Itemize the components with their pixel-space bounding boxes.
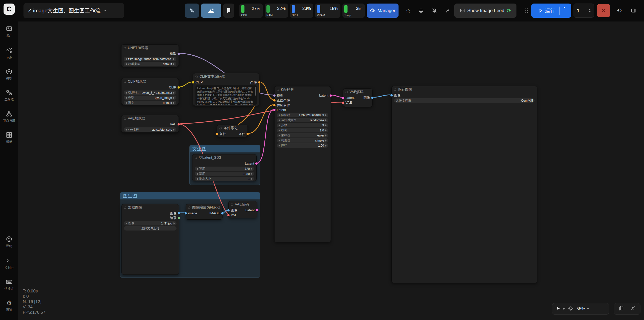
fit-view-button[interactable]	[568, 306, 574, 312]
workflow-title-menu[interactable]: Z-image文生图、图生图工作流	[23, 3, 124, 18]
widget-denoise[interactable]: 降噪1.00	[277, 143, 328, 148]
combo-left-arrow-icon[interactable]	[126, 58, 127, 60]
input-port-vae[interactable]	[227, 214, 230, 216]
combo-left-arrow-icon[interactable]	[196, 173, 198, 175]
combo-right-arrow-icon[interactable]	[174, 222, 175, 224]
notifications-button[interactable]	[415, 5, 427, 16]
workflow-thumbnail-button[interactable]	[201, 4, 221, 18]
node-collapse-dot[interactable]	[195, 76, 198, 78]
combo-left-arrow-icon[interactable]	[279, 114, 280, 116]
node-collapse-dot[interactable]	[345, 91, 348, 93]
history-button[interactable]: ⟲	[613, 5, 625, 16]
toggle-links-button[interactable]	[630, 306, 636, 312]
combo-right-arrow-icon[interactable]	[325, 134, 327, 136]
node-collapse-dot[interactable]	[231, 203, 233, 206]
zoom-control[interactable]: 55%	[577, 306, 589, 311]
wire-decode-to-save[interactable]	[373, 95, 391, 97]
node-collapse-dot[interactable]	[124, 47, 126, 49]
node-collapse-dot[interactable]	[188, 207, 190, 209]
combo-right-arrow-icon[interactable]	[251, 173, 252, 175]
combo-left-arrow-icon[interactable]	[279, 129, 280, 131]
input-port-image[interactable]	[390, 94, 393, 96]
decrement-icon[interactable]	[589, 11, 591, 12]
node-vae-loader[interactable]: VAE加载器 VAE vae名称ae.safetensors	[121, 115, 179, 133]
sidebar-item-help[interactable]: 说明	[0, 236, 18, 248]
widget-weight-dtype[interactable]: 权重类型default	[124, 62, 176, 66]
node-vae-decode[interactable]: VAE解码 Latent 图像 VAE	[343, 88, 373, 107]
combo-right-arrow-icon[interactable]	[173, 102, 175, 104]
input-port-image[interactable]	[185, 212, 187, 214]
run-button[interactable]: 运行	[531, 4, 571, 18]
input-port-clip[interactable]	[192, 81, 194, 83]
combo-left-arrow-icon[interactable]	[126, 92, 127, 94]
node-collapse-dot[interactable]	[124, 207, 126, 209]
combo-right-arrow-icon[interactable]	[325, 145, 327, 147]
output-port-latent[interactable]	[330, 94, 332, 97]
output-port-vae[interactable]	[178, 123, 180, 125]
widget-control-after-generate[interactable]: 运行后操作randomize	[277, 118, 328, 122]
node-canvas[interactable]: 文生图 图生图 UNET加载器 模型 z1z_image_turbo_bf16	[0, 0, 644, 320]
node-unet-loader[interactable]: UNET加载器 模型 z1z_image_turbo_bf16.safetens…	[121, 44, 179, 67]
select-tool-button[interactable]	[185, 4, 199, 18]
combo-left-arrow-icon[interactable]	[279, 145, 280, 147]
widget-scheduler[interactable]: 调度器simple	[277, 138, 328, 143]
input-port-latent[interactable]	[342, 97, 344, 99]
drag-handle[interactable]	[523, 5, 530, 16]
bookmark-button[interactable]	[223, 4, 234, 18]
combo-right-arrow-icon[interactable]	[325, 140, 327, 142]
favorite-button[interactable]: ☆	[403, 5, 414, 16]
node-clip-text-encode[interactable]: CLIP文本编码器 CLIP 条件 luckin coffee鲜花与上方蓝色气球…	[193, 73, 259, 106]
sidebar-item-templates[interactable]: 模板	[0, 132, 18, 144]
combo-right-arrow-icon[interactable]	[251, 168, 252, 170]
increment-icon[interactable]	[589, 9, 591, 10]
output-port-image[interactable]	[371, 97, 374, 99]
widget-batch-size[interactable]: 批次大小1	[195, 177, 254, 181]
node-collapse-dot[interactable]	[195, 157, 197, 159]
combo-left-arrow-icon[interactable]	[196, 178, 198, 180]
comfyui-logo[interactable]: C	[4, 4, 15, 15]
combo-right-arrow-icon[interactable]	[173, 129, 175, 131]
sidebar-item-console[interactable]: 控制台	[0, 258, 18, 270]
output-port-latent[interactable]	[255, 162, 258, 165]
wire-cond-to-positive[interactable]	[259, 82, 274, 100]
combo-right-arrow-icon[interactable]	[325, 129, 327, 131]
node-image-scale-flux[interactable]: 图像缩放为FluxKo... image IMAGE	[186, 204, 222, 220]
widget-clip-device[interactable]: 设备default	[124, 101, 176, 105]
sidebar-item-models[interactable]: 模型	[0, 68, 18, 81]
combo-right-arrow-icon[interactable]	[325, 124, 327, 126]
run-options-button[interactable]	[560, 8, 569, 13]
sidebar-item-settings[interactable]: ⚙ 设置	[0, 300, 18, 312]
widget-image-file[interactable]: 图像1 (1).jpg	[124, 221, 177, 225]
input-port-model[interactable]	[273, 94, 276, 97]
combo-right-arrow-icon[interactable]	[173, 63, 175, 65]
input-port-positive[interactable]	[273, 99, 276, 101]
widget-filename-prefix[interactable]: 文件名前缀ComfyUI	[394, 98, 535, 103]
input-port-negative[interactable]	[273, 104, 276, 106]
widget-height[interactable]: 高度1280	[195, 172, 254, 176]
combo-left-arrow-icon[interactable]	[279, 119, 280, 121]
interrupt-button[interactable]	[597, 4, 610, 17]
node-collapse-dot[interactable]	[219, 127, 222, 129]
node-ksampler[interactable]: K采样器 模型 Latent 正面条件 负面条件 Latent 随机种17327…	[274, 86, 331, 242]
widget-cfg[interactable]: CFG1.0	[277, 128, 328, 132]
combo-left-arrow-icon[interactable]	[126, 222, 127, 224]
sidebar-item-nodes-groups[interactable]: 节点与组	[0, 110, 18, 123]
combo-left-arrow-icon[interactable]	[126, 97, 127, 99]
node-vae-encode[interactable]: VAE编码 图像 Latent VAE	[228, 201, 257, 218]
node-empty-latent-sd3[interactable]: 空Latent_SD3 Latent 宽度720 高度1280 批次大小1	[192, 154, 257, 181]
upload-file-button[interactable]: 选择文件上传	[124, 226, 177, 231]
wire-cliploader-to-encoder[interactable]	[179, 82, 193, 87]
prompt-textarea[interactable]: luckin coffee鲜花与上方蓝色气球相衬，买着奶茶的奶茶拿铁色号，穿着为…	[195, 85, 257, 105]
node-collapse-dot[interactable]	[124, 118, 126, 120]
widget-clip-name[interactable]: CLIP名...qwen_3_4b.safetensors	[124, 90, 176, 95]
node-clip-loader[interactable]: CLIP加载器 CLIP CLIP名...qwen_3_4b.safetenso…	[121, 78, 179, 105]
node-collapse-dot[interactable]	[124, 81, 126, 83]
combo-left-arrow-icon[interactable]	[279, 140, 280, 142]
widget-vae-name[interactable]: vae名称ae.safetensors	[124, 127, 176, 132]
sidebar-item-assets[interactable]: 资产	[0, 25, 18, 38]
output-port-clip[interactable]	[178, 86, 180, 88]
input-port-image[interactable]	[227, 209, 230, 211]
combo-left-arrow-icon[interactable]	[196, 168, 198, 170]
widget-seed[interactable]: 随机种173272186640933	[277, 113, 328, 117]
run-main[interactable]: 运行	[534, 7, 559, 14]
